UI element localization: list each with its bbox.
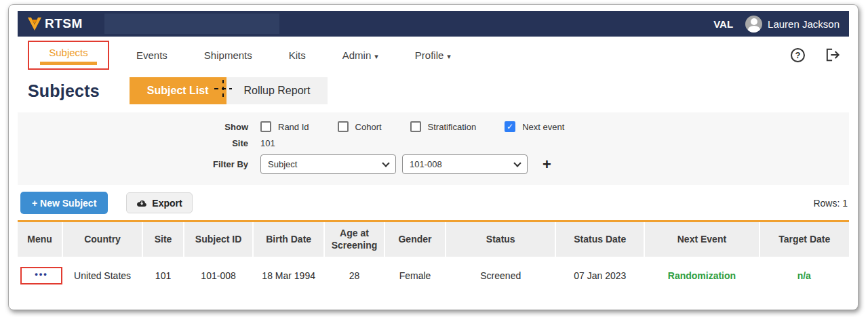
col-header-next-event: Next Event [644,222,759,257]
environment-badge: VAL [713,18,733,30]
subject-id-cell: 101-008 [184,257,253,295]
table-header-row: Menu Country Site Subject ID Birth Date … [18,222,849,257]
app-window: RTSM VAL Lauren Jackson Subjects Events … [8,4,859,310]
next-event-cell[interactable]: Randomization [644,257,759,295]
page-header: Subjects Subject List Rollup Report [9,73,858,111]
site-filter-row: Site 101 [18,138,849,148]
chevron-down-icon [513,159,521,167]
table-row: ••• United States 101 101-008 18 Mar 199… [18,257,849,295]
logout-icon[interactable] [825,48,840,62]
status-date-cell: 07 Jan 2023 [555,257,644,295]
active-tab-underline [40,62,97,65]
tab-events[interactable]: Events [136,49,167,61]
new-subject-button[interactable]: + New Subject [20,192,108,214]
user-name[interactable]: Lauren Jackson [768,18,840,30]
vrtsm-logo: RTSM [27,16,83,31]
col-header-birth-date: Birth Date [253,222,324,257]
row-menu-callout: ••• [20,267,62,284]
v-logo-icon [27,16,42,31]
country-cell: United States [62,257,142,295]
col-header-subject-id: Subject ID [184,222,253,257]
show-label: Show [18,122,260,132]
chevron-down-icon: ▾ [447,52,451,60]
add-filter-button[interactable]: + [542,157,551,172]
checkbox-stratification[interactable]: Stratification [410,121,477,132]
user-avatar-icon [745,16,762,33]
show-filter-row: Show Rand Id Cohort Stratification ✓ Nex… [18,121,849,132]
subjects-tab-callout: Subjects [28,41,109,70]
checkbox-unchecked-icon[interactable] [338,121,349,132]
tab-shipments[interactable]: Shipments [204,49,252,61]
checkbox-unchecked-icon[interactable] [260,121,271,132]
checkbox-unchecked-icon[interactable] [410,121,421,132]
page-title: Subjects [28,81,100,101]
tab-kits[interactable]: Kits [289,49,306,61]
col-header-target-date: Target Date [760,222,849,257]
col-header-menu: Menu [18,222,62,257]
filter-type-select[interactable]: Subject [260,154,396,174]
col-header-status-date: Status Date [555,222,644,257]
rollup-report-toggle-button[interactable]: Rollup Report [226,77,328,104]
filter-by-row: Filter By Subject 101-008 + [18,154,849,174]
table-toolbar: + New Subject Export Rows: 1 [9,185,858,220]
filter-value-select[interactable]: 101-008 [402,154,528,174]
cloud-export-icon [136,199,147,207]
col-header-site: Site [142,222,184,257]
age-cell: 28 [324,257,384,295]
gender-cell: Female [384,257,446,295]
site-cell: 101 [142,257,184,295]
site-value: 101 [260,138,275,148]
logo-text: RTSM [45,16,83,31]
checkbox-next-event[interactable]: ✓ Next event [505,121,564,132]
rows-count: Rows: 1 [813,198,848,209]
col-header-status: Status [446,222,555,257]
filter-by-label: Filter By [18,159,260,169]
chevron-down-icon: ▾ [374,52,378,60]
col-header-country: Country [62,222,142,257]
view-toggle: Subject List Rollup Report [130,77,328,104]
tab-admin[interactable]: Admin▾ [342,49,378,61]
subjects-table: Menu Country Site Subject ID Birth Date … [18,220,849,295]
help-icon[interactable]: ? [791,48,805,62]
col-header-gender: Gender [384,222,446,257]
birth-date-cell: 18 Mar 1994 [253,257,324,295]
tab-profile[interactable]: Profile▾ [415,49,451,61]
checkbox-cohort[interactable]: Cohort [338,121,382,132]
site-label: Site [18,138,260,148]
main-nav-tabbar: Subjects Events Shipments Kits Admin▾ Pr… [9,37,858,73]
checkbox-rand-id[interactable]: Rand Id [260,121,309,132]
export-button[interactable]: Export [126,192,192,213]
study-name-redacted-box [104,14,279,34]
target-date-cell: n/a [760,257,849,295]
menu-cell: ••• [18,257,62,295]
status-cell: Screened [446,257,555,295]
col-header-age-at-screening: Age at Screening [324,222,384,257]
tab-subjects[interactable]: Subjects [49,47,88,58]
checkbox-checked-icon[interactable]: ✓ [505,121,515,132]
top-navbar: RTSM VAL Lauren Jackson [18,11,849,37]
chevron-down-icon [382,159,389,167]
filter-panel: Show Rand Id Cohort Stratification ✓ Nex… [18,112,849,185]
subject-list-toggle-button[interactable]: Subject List [130,77,226,104]
